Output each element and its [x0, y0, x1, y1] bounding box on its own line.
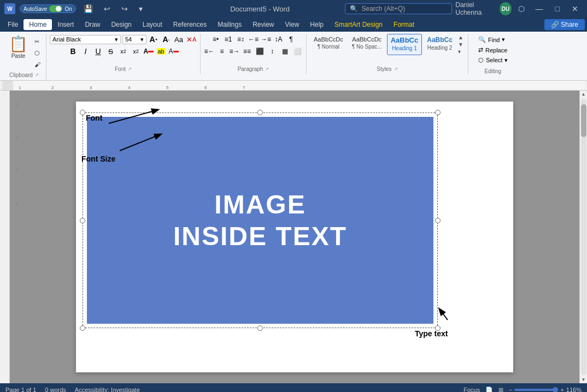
restore-button[interactable]: □ [551, 4, 564, 13]
close-button[interactable]: ✕ [567, 4, 583, 13]
handle-bc[interactable] [257, 325, 263, 331]
menu-help[interactable]: Help [304, 19, 329, 30]
bullets-button[interactable]: ≡• [210, 34, 221, 45]
accessibility-check[interactable]: Accessibility: Investigate [75, 387, 140, 392]
clear-format-button[interactable]: ✕A [186, 34, 197, 45]
font-size-select[interactable]: 54 ▾ [122, 35, 146, 44]
align-right-button[interactable]: ≡→ [229, 46, 240, 57]
handle-bl[interactable] [80, 325, 85, 331]
focus-button[interactable]: Focus [463, 387, 480, 392]
change-case-button[interactable]: Aa [173, 34, 184, 45]
menu-layout[interactable]: Layout [137, 19, 168, 30]
replace-button[interactable]: ⇄ Replace [475, 45, 511, 55]
zoom-slider[interactable] [514, 389, 558, 391]
copy-button[interactable]: ⬡ [32, 47, 43, 58]
menu-design[interactable]: Design [105, 19, 137, 30]
cut-button[interactable]: ✂ [32, 36, 43, 47]
font-expand-icon[interactable]: ↗ [128, 67, 132, 72]
menu-mailings[interactable]: Mailings [212, 19, 247, 30]
menu-view[interactable]: View [280, 19, 305, 30]
bold-button[interactable]: B [68, 46, 79, 57]
minimize-button[interactable]: — [531, 4, 548, 13]
autosave-button[interactable]: AutoSave On [20, 4, 76, 13]
multilevel-button[interactable]: ≡↕ [236, 34, 246, 45]
document-area[interactable]: 1234 IMAGEINSIDE TEXT [10, 91, 579, 383]
view-mode-icon[interactable]: 📄 [485, 387, 493, 393]
paste-button[interactable]: 📋 Paste [5, 34, 31, 70]
menu-review[interactable]: Review [247, 19, 279, 30]
text-box-background[interactable]: IMAGEINSIDE TEXT [87, 117, 433, 324]
borders-button[interactable]: ⬜ [292, 46, 303, 57]
font-name-select[interactable]: Arial Black ▾ [50, 35, 121, 44]
select-button[interactable]: ⬡ Select ▾ [475, 56, 511, 65]
shrink-font-button[interactable]: A- [161, 34, 172, 45]
line-spacing-button[interactable]: ↕ [267, 46, 278, 57]
superscript-button[interactable]: x2 [131, 46, 142, 57]
columns-button[interactable]: ⬛ [254, 46, 265, 57]
handle-tr[interactable] [435, 110, 441, 115]
menu-file[interactable]: File [2, 19, 24, 30]
align-left-button[interactable]: ≡← [204, 46, 215, 57]
strikethrough-button[interactable]: S [105, 46, 116, 57]
zoom-out-button[interactable]: − [509, 387, 512, 392]
style-heading2[interactable]: AaBbCc Heading 2 [423, 34, 456, 55]
menu-home[interactable]: Home [24, 19, 52, 30]
handle-mr[interactable] [435, 218, 441, 223]
redo-button[interactable]: ↪ [118, 3, 131, 14]
clipboard-expand-icon[interactable]: ↗ [35, 73, 39, 78]
justify-button[interactable]: ≡≡ [242, 46, 253, 57]
subscript-button[interactable]: x2 [118, 46, 129, 57]
undo-button[interactable]: ↩ [101, 3, 114, 14]
right-scrollbar[interactable]: ▲ ▼ [579, 91, 587, 383]
shading-button[interactable]: ▦ [279, 46, 290, 57]
menu-references[interactable]: References [168, 19, 212, 30]
style-no-spacing[interactable]: AaBbCcDc ¶ No Spac... [348, 34, 386, 55]
show-marks-button[interactable]: ¶ [286, 34, 297, 45]
handle-br[interactable] [435, 325, 441, 331]
styles-scroll-up[interactable]: ▲ [457, 34, 465, 41]
handle-tc[interactable] [257, 110, 263, 115]
numbering-button[interactable]: ≡1 [223, 34, 234, 45]
underline-button[interactable]: U [93, 46, 104, 57]
font-color-button[interactable]: A [143, 46, 154, 57]
highlight-button[interactable]: ab [156, 46, 167, 57]
sort-button[interactable]: ↕A [273, 34, 284, 45]
menu-draw[interactable]: Draw [79, 19, 105, 30]
styles-scroll-down[interactable]: ▼ [457, 41, 465, 48]
menu-smartart-design[interactable]: SmartArt Design [329, 19, 388, 30]
text-color-button[interactable]: A [168, 46, 179, 57]
scroll-down-button[interactable]: ▼ [580, 376, 587, 383]
share-button[interactable]: 🔗 Share [544, 19, 585, 30]
handle-ml[interactable] [80, 218, 85, 223]
text-box-content[interactable]: IMAGEINSIDE TEXT [173, 189, 347, 252]
scroll-up-button[interactable]: ▲ [580, 91, 587, 98]
share-icon[interactable]: ⬡ [515, 3, 528, 14]
paragraph-expand-icon[interactable]: ↗ [265, 67, 269, 72]
layout-icon[interactable]: ⊞ [498, 387, 503, 393]
styles-expand-icon[interactable]: ↗ [394, 67, 398, 72]
format-painter-button[interactable]: 🖌 [32, 59, 43, 70]
find-button[interactable]: 🔍 Find ▾ [475, 35, 511, 44]
menu-format[interactable]: Format [388, 19, 420, 30]
style-heading1[interactable]: AaBbCc Heading 1 [387, 34, 422, 55]
customize-qat-button[interactable]: ▾ [136, 3, 146, 14]
style-normal[interactable]: AaBbCcDc ¶ Normal [310, 34, 347, 55]
styles-expand-button[interactable]: ▾ [457, 48, 465, 55]
zoom-in-button[interactable]: + [560, 387, 563, 392]
search-bar[interactable]: 🔍 Search (Alt+Q) [345, 3, 452, 14]
document-page[interactable]: IMAGEINSIDE TEXT Font Font Size Type tex… [76, 102, 513, 372]
menu-insert[interactable]: Insert [52, 19, 79, 30]
scroll-thumb[interactable] [581, 104, 586, 137]
zoom-control[interactable]: − + 116% [509, 387, 582, 392]
zoom-thumb[interactable] [553, 387, 558, 392]
handle-tl[interactable] [80, 110, 85, 115]
decrease-indent-button[interactable]: ←≡ [248, 34, 259, 45]
grow-font-button[interactable]: A+ [148, 34, 159, 45]
text-box-container[interactable]: IMAGEINSIDE TEXT [83, 112, 438, 328]
scroll-track[interactable] [581, 99, 586, 375]
increase-indent-button[interactable]: →≡ [261, 34, 272, 45]
save-icon[interactable]: 💾 [80, 3, 96, 14]
align-center-button[interactable]: ≡ [216, 46, 227, 57]
italic-button[interactable]: I [80, 46, 91, 57]
autosave-toggle[interactable] [49, 5, 62, 12]
